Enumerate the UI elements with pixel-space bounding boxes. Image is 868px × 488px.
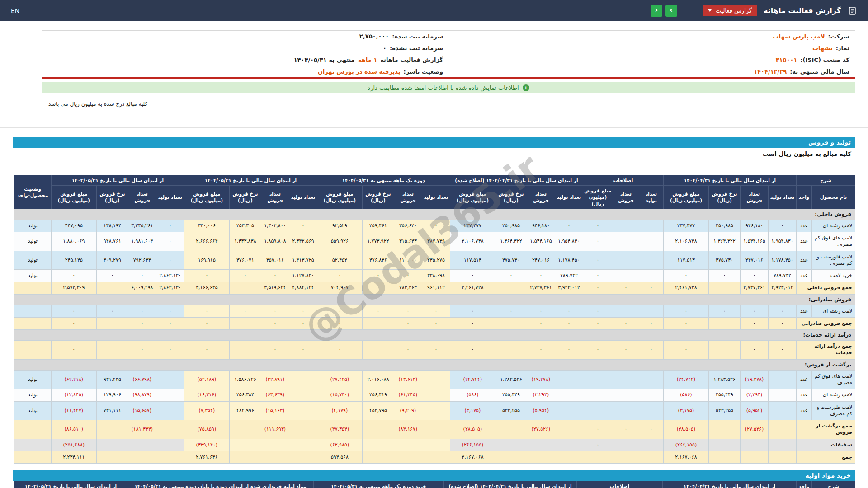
section-title-materials-label: خرید مواد اولیه [805, 472, 851, 479]
cell: ۱,۴۱۳,۷۲۵ [289, 251, 317, 270]
cell [289, 389, 317, 401]
page-content: شرکت: لامپ پارس شهاب سرمایه ثبت شده: ۲,۷… [0, 30, 868, 488]
table-units-note: کلیه مبالغ به میلیون ریال است [13, 148, 855, 160]
cell: ۷۹۲,۶۳۳ [128, 251, 156, 270]
cell: ۲,۷۳۷,۳۶۱ [527, 282, 555, 294]
report-type-dropdown[interactable]: گزارش فعالیت [703, 5, 757, 16]
cell: ۰ [128, 270, 156, 282]
cell: (۱۵,۷۳۰) [317, 389, 362, 401]
row-label: جمع فروش صادراتی [797, 317, 855, 329]
next-report-button[interactable]: › [665, 5, 677, 17]
info-row-fiscal-year: سال مالی منتهی به: ۱۴۰۴/۱۲/۲۹ وضعیت ناشر… [42, 66, 855, 77]
cell: ۵۳۳,۲۵۵ [709, 401, 741, 420]
cell: ۷۸۹,۷۳۲ [555, 270, 583, 282]
cell [639, 439, 663, 451]
cell: ۰ [51, 317, 96, 329]
cell: ۰ [156, 232, 184, 251]
cell [495, 451, 527, 464]
cell: ۰ [583, 270, 613, 282]
previous-report-button[interactable]: ‹ [651, 5, 662, 17]
cell [422, 401, 450, 420]
cell: (۶۱,۳۴۵) [394, 389, 422, 401]
section-label: فروش صادراتی: [14, 294, 855, 305]
table-row-product: لامپ رشته ایعدد۰۹۴۶,۱۸۰۲۵۰,۹۸۵۲۳۷,۴۷۷۰۰۹… [14, 220, 855, 232]
production-sales-table: شرحاز ابتدای سال مالی تا تاریخ ۱۴۰۴/۰۴/۳… [14, 175, 855, 464]
cell: ۱,۲۸۳,۵۳۶ [709, 370, 741, 389]
cell: ۱,۳۰۲,۸۰۰ [261, 220, 289, 232]
product-name: لامپ های فوق کم مصرف [812, 232, 855, 251]
cell: ۰ [289, 305, 317, 317]
cell [613, 220, 639, 232]
cell: ۰ [663, 317, 708, 329]
cell: ۳,۹۲۳,۰۱۲ [555, 282, 583, 294]
cell: ۰ [394, 305, 422, 317]
status-value: تولید [14, 232, 51, 251]
cell: (۷۵,۸۵۹) [184, 420, 229, 439]
language-toggle-en[interactable]: EN [11, 7, 19, 14]
cell: ۲,۸۶۳,۱۳۰ [156, 270, 184, 282]
cell: ۵۵۹,۹۲۶ [317, 232, 362, 251]
section-title-production-label: تولید و فروش [808, 139, 851, 146]
cell: ۰ [317, 317, 362, 329]
units-note-tab[interactable]: کلیه مبالغ درج شده به میلیون ریال می باش… [42, 99, 154, 109]
fiscal-year-value: ۱۴۰۴/۱۲/۲۹ [754, 68, 787, 75]
section-title-production: تولید و فروش [13, 137, 855, 148]
col-sub-3-0: تعداد تولید [422, 186, 450, 209]
cell: ۰ [583, 317, 613, 329]
cell: ۲,۱۶۷,۰۶۸ [450, 451, 495, 464]
symbol-link[interactable]: بشهاب [812, 45, 833, 52]
cell: ۱,۳۶۴,۳۲۲ [495, 232, 527, 251]
cell [362, 439, 394, 451]
cell [289, 451, 317, 464]
cell: ۰ [317, 341, 362, 360]
cell: (۳,۱۷۵) [450, 401, 495, 420]
cell: (۸۴,۱۶۷) [394, 420, 422, 439]
cell: (۲۷,۴۴۵) [317, 370, 362, 389]
cell [289, 439, 317, 451]
cell: ۰ [583, 439, 613, 451]
company-label: شرکت: [828, 33, 849, 40]
cell: ۳۳۰,۰۰۶ [184, 220, 229, 232]
cell: ۰ [128, 341, 156, 360]
cell: ۱,۵۴۴,۱۶۵ [527, 232, 555, 251]
table-units-note-label: کلیه مبالغ به میلیون ریال است [763, 150, 851, 157]
product-unit: عدد [797, 270, 812, 282]
col-product-name: نام محصول [812, 186, 855, 209]
company-name-link[interactable]: لامپ پارس شهاب [773, 33, 825, 40]
cell: ۰ [184, 341, 229, 360]
table-row-product: لامپ فلورسنت و کم مصرفعدد۱,۱۷۸,۴۵۰۲۴۷,۰۱… [14, 251, 855, 270]
info-row-isic: کد صنعت (ISIC): ۳۱۵۰۰۱ گزارش فعالیت ماها… [42, 54, 855, 66]
cell [495, 420, 527, 439]
topbar-left-group: EN [11, 6, 19, 15]
cell [422, 389, 450, 401]
cell: ۰ [613, 341, 639, 360]
table-row-product: لامپ رشته ایعدد(۲,۲۹۴)۲۵۵,۴۴۹(۵۸۶)(۲,۲۹۴… [14, 389, 855, 401]
col-group-sharh: شرح [797, 175, 855, 186]
cell: ۱,۹۵۴,۸۳۰ [769, 232, 797, 251]
table-row-product: لامپ های فوق کم مصرفعدد۱,۹۵۴,۸۳۰۱,۵۴۴,۱۶… [14, 232, 855, 251]
cell: (۵۸۶) [450, 389, 495, 401]
col-group-4: از ابتدای سال مالی تا تاریخ ۱۴۰۴/۰۵/۳۱ [184, 175, 317, 186]
cell [289, 420, 317, 439]
cell: ۱,۱۷۸,۴۵۰ [769, 251, 797, 270]
status-value [14, 439, 51, 451]
cell: ۲۵۵,۴۴۹ [709, 389, 741, 401]
cell [362, 341, 394, 360]
cell: (۲,۲۹۴) [527, 389, 555, 401]
status-value [14, 317, 51, 329]
table-row-section: درآمد ارائه خدمات: [14, 330, 855, 341]
product-unit: عدد [797, 232, 812, 251]
cell: ۱۱۰,۰۰۰ [394, 251, 422, 270]
cell [128, 451, 156, 464]
section-label: برگشت از فروش: [14, 359, 855, 370]
cell: ۳,۱۶۶,۶۳۵ [184, 282, 229, 294]
issuer-status-value: پذیرفته شده در بورس تهران [318, 68, 401, 75]
cell: ۹۴۸,۷۶۱ [96, 232, 128, 251]
cell: ۳۰۹,۲۷۹ [96, 251, 128, 270]
cell: (۲۵۱,۶۸۸) [51, 439, 96, 451]
top-navigation-bar: گزارش فعالیت ماهانه گزارش فعالیت › ‹ EN [0, 0, 868, 21]
col-sub-1-2: مبلغ فروش (میلیون ریال) [583, 186, 613, 209]
isic-field: کد صنعت (ISIC): ۳۱۵۰۰۱ [448, 54, 855, 66]
cell: ۹۴۶,۱۸۰ [741, 220, 769, 232]
info-icon-glyph: i [525, 85, 526, 90]
